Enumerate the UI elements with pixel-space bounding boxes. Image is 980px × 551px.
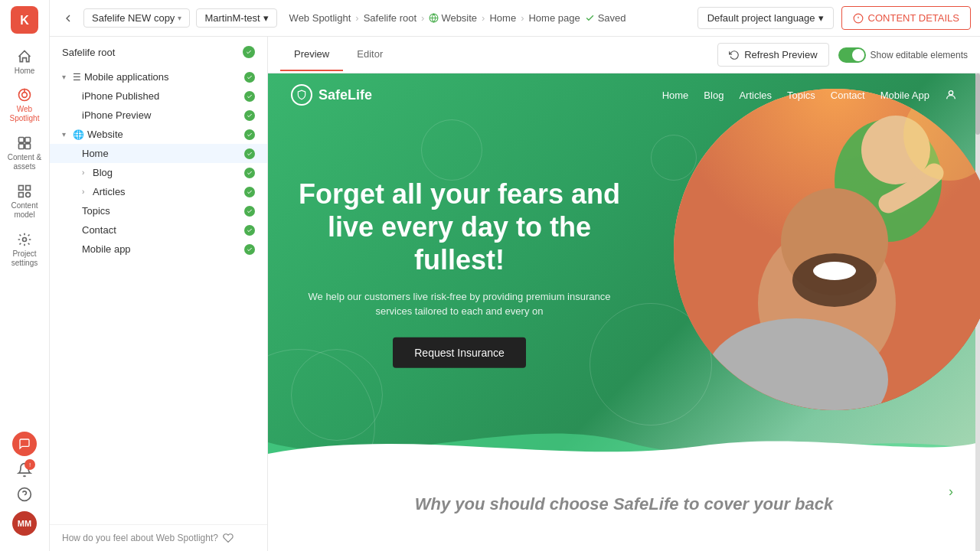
breadcrumb-homepage: Home page — [528, 12, 580, 24]
nav-contact[interactable]: Contact — [831, 90, 865, 101]
safelife-logo-text: SafeLife — [318, 87, 372, 103]
back-button[interactable] — [59, 9, 77, 28]
check-icon — [244, 110, 255, 121]
svg-rect-5 — [19, 138, 24, 143]
topbar-right: Default project language ▾ CONTENT DETAI… — [697, 6, 971, 30]
check-icon — [244, 129, 255, 140]
notifications-button[interactable]: ! — [17, 462, 32, 481]
tree-item-website[interactable]: ▾ 🌐 Website — [50, 125, 267, 144]
svg-point-27 — [813, 262, 856, 280]
svg-point-13 — [23, 238, 27, 242]
breadcrumb-webspotlight: Web Spotlight — [289, 12, 351, 24]
preview-toolbar-right: Refresh Preview Show editable elements — [717, 43, 968, 67]
tree-root-check-icon — [243, 46, 255, 58]
check-icon — [244, 244, 255, 255]
expand-icon: ▾ — [62, 130, 70, 139]
check-icon — [244, 168, 255, 178]
show-editable-toggle[interactable] — [838, 47, 866, 63]
tab-preview[interactable]: Preview — [280, 38, 343, 71]
user-avatar[interactable]: MM — [12, 511, 37, 536]
svg-rect-10 — [26, 186, 31, 191]
safelife-logo-icon — [291, 84, 312, 106]
tree-item-contact[interactable]: Contact — [50, 220, 267, 240]
expand-icon: › — [82, 187, 90, 196]
tab-editor[interactable]: Editor — [343, 38, 397, 71]
safelife-nav-links: Home Blog Articles Topics Contact Mobile… — [662, 89, 957, 101]
check-icon — [244, 91, 255, 102]
preview-arrow-right[interactable]: › — [937, 478, 965, 505]
preview-toolbar: Preview Editor Refresh Preview Show edit… — [268, 37, 980, 73]
tree-item-topics[interactable]: Topics — [50, 201, 267, 220]
nav-topics[interactable]: Topics — [787, 90, 815, 101]
hero-text-area: Forget all your fears and live every day… — [291, 178, 628, 368]
svg-rect-7 — [19, 144, 24, 149]
check-icon — [244, 187, 255, 197]
globe-icon: 🌐 — [73, 129, 84, 140]
tree-item-articles[interactable]: › Articles — [50, 182, 267, 201]
website-preview: SafeLife Home Blog Articles Topics Conta… — [268, 73, 980, 551]
sidebar-item-home[interactable]: Home — [0, 43, 49, 81]
nav-articles[interactable]: Articles — [739, 90, 772, 101]
lang-chevron-icon: ▾ — [818, 12, 824, 24]
safelife-nav: SafeLife Home Blog Articles Topics Conta… — [268, 73, 980, 116]
breadcrumb-home: Home — [489, 12, 516, 24]
user-name: MartinM-test — [204, 12, 260, 24]
svg-rect-6 — [25, 138, 31, 143]
main-area: Safelife NEW copy ▾ MartinM-test ▾ Web S… — [50, 0, 980, 551]
tree-body: ▾ ☰ Mobile applications iPhone Published… — [50, 67, 267, 524]
sidebar-item-webspotlight-label: Web Spotlight — [3, 105, 46, 123]
breadcrumb-sep-4: › — [521, 12, 524, 24]
sidebar-item-settings-label: Project settings — [3, 249, 46, 268]
sidebar-item-content[interactable]: Content & assets — [0, 129, 49, 178]
svg-point-12 — [26, 193, 31, 197]
sidebar-item-model[interactable]: Content model — [0, 178, 49, 226]
tree-item-iphone-preview[interactable]: iPhone Preview — [50, 106, 267, 125]
breadcrumb-safelife: Safelife root — [364, 12, 416, 24]
user-selector[interactable]: MartinM-test ▾ — [196, 8, 276, 28]
hero-wave — [268, 412, 980, 471]
tree-item-home[interactable]: Home — [50, 144, 267, 163]
safelife-hero: Forget all your fears and live every day… — [268, 73, 980, 471]
svg-rect-8 — [25, 144, 31, 149]
svg-point-3 — [22, 93, 28, 98]
sidebar-item-home-label: Home — [15, 67, 35, 75]
project-selector[interactable]: Safelife NEW copy ▾ — [83, 8, 190, 28]
breadcrumb: Web Spotlight › Safelife root › Website … — [289, 12, 626, 24]
user-icon — [945, 89, 957, 101]
breadcrumb-sep-3: › — [482, 12, 485, 24]
tree-footer-text: How do you feel about Web Spotlight? — [62, 533, 218, 543]
folder-icon: ☰ — [73, 72, 81, 83]
lang-label: Default project language — [707, 12, 815, 24]
nav-blog[interactable]: Blog — [704, 90, 724, 101]
hero-cta-button[interactable]: Request Insurance — [393, 337, 526, 367]
breadcrumb-sep-1: › — [355, 12, 358, 24]
content-details-label: CONTENT DETAILS — [868, 12, 959, 24]
tree-item-mobile-app[interactable]: Mobile app — [50, 240, 267, 259]
refresh-preview-button[interactable]: Refresh Preview — [717, 43, 828, 67]
content-details-button[interactable]: CONTENT DETAILS — [841, 6, 971, 30]
tree-item-mobile-applications[interactable]: ▾ ☰ Mobile applications — [50, 67, 267, 86]
user-chevron-icon: ▾ — [263, 12, 269, 24]
tree-item-iphone-published[interactable]: iPhone Published — [50, 86, 267, 106]
content-row: Safelife root ▾ ☰ Mobile applications iP… — [50, 37, 980, 551]
lang-selector[interactable]: Default project language ▾ — [697, 7, 834, 29]
saved-badge: Saved — [585, 12, 626, 24]
hero-circle-3 — [421, 119, 482, 181]
sidebar-item-webspotlight[interactable]: Web Spotlight — [0, 81, 49, 129]
icon-sidebar: K Home Web Spotlight Content & assets Co… — [0, 0, 50, 551]
preview-area: Preview Editor Refresh Preview Show edit… — [268, 37, 980, 551]
nav-mobile-app[interactable]: Mobile App — [880, 90, 929, 101]
svg-rect-9 — [19, 186, 24, 191]
sidebar-item-settings[interactable]: Project settings — [0, 226, 49, 274]
tree-item-blog[interactable]: › Blog — [50, 163, 267, 182]
refresh-preview-label: Refresh Preview — [744, 49, 817, 60]
nav-home[interactable]: Home — [662, 90, 689, 101]
sidebar-bottom: ! MM — [12, 432, 37, 545]
show-editable-toggle-row: Show editable elements — [838, 47, 968, 63]
check-icon — [244, 72, 255, 83]
help-button[interactable] — [17, 487, 32, 505]
breadcrumb-website: Website — [429, 12, 477, 24]
project-chevron-icon: ▾ — [178, 14, 181, 22]
project-name: Safelife NEW copy — [92, 12, 175, 24]
chat-button[interactable] — [12, 432, 37, 456]
